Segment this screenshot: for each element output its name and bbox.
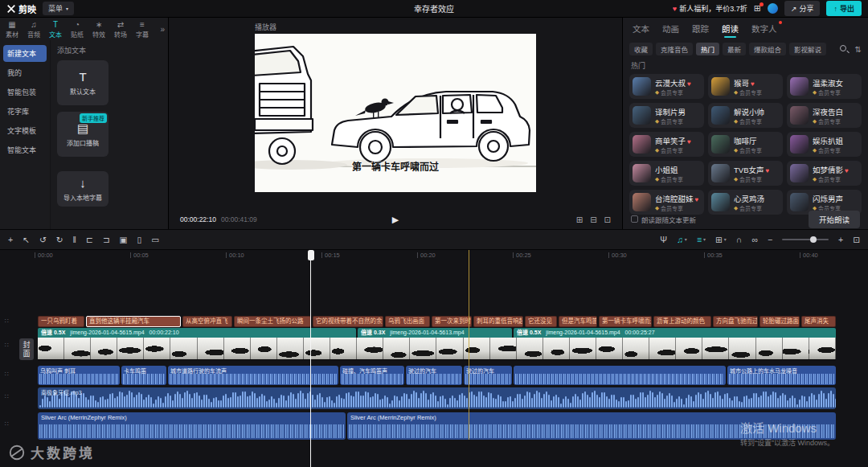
voice-card[interactable]: 商单笑子♥◆会员专享 <box>629 132 704 157</box>
sidebar-item[interactable]: 花字库 <box>3 103 47 120</box>
subtitle-clip[interactable]: 尾声消失 <box>801 316 836 327</box>
media-tab[interactable]: ◔贴纸 <box>67 20 88 39</box>
subtitle-clip[interactable]: 直到他这辆半挂厢汽车 <box>86 316 181 327</box>
voice-card[interactable]: 猴哥♥◆会员专享 <box>708 74 783 99</box>
voice-card[interactable]: 咖啡厅◆会员专享 <box>708 132 783 157</box>
filter-chip[interactable]: 热门 <box>696 43 719 55</box>
search-icon[interactable] <box>839 44 849 54</box>
fullscreen-icon[interactable]: ⊡ <box>604 215 611 224</box>
playhead[interactable] <box>310 250 311 467</box>
play-button[interactable]: ▶ <box>392 215 399 225</box>
filter-chip[interactable]: 克隆音色 <box>656 43 693 55</box>
track-handle[interactable]: ∷ <box>5 393 9 400</box>
preview-canvas[interactable]: 第一辆卡车呼啸而过 <box>255 34 536 192</box>
voice-card[interactable]: 如梦倩影♥◆会员专享 <box>787 161 862 186</box>
track-handle[interactable]: ∷ <box>5 371 9 378</box>
mirror-button[interactable]: ▯ <box>137 235 141 244</box>
stem-clip[interactable]: Sliver Arc (MerrinZephyr Remix) <box>38 412 346 440</box>
audio-clip[interactable]: 城市公路上的车水马龙噪音 <box>727 366 836 385</box>
redo-button[interactable]: ↻ <box>56 235 63 244</box>
timeline[interactable]: 00:0000:0500:1000:1500:2000:2500:3000:35… <box>0 250 868 467</box>
voice-card[interactable]: TVB女声♥◆会员专享 <box>708 161 783 186</box>
track-handle[interactable]: ∷ <box>5 342 9 349</box>
delete-left-button[interactable]: ⊏ <box>86 235 93 244</box>
magnet-button[interactable]: ∩ <box>736 235 743 244</box>
media-tab[interactable]: T文本 <box>45 20 66 39</box>
script-card[interactable]: 新手推荐 ▤ 添加口播稿 <box>57 112 108 157</box>
panel-tab[interactable]: 数字人 <box>751 23 777 35</box>
subtitle-clip[interactable]: 轮胎碾过路面 <box>760 316 800 327</box>
subtitle-clip[interactable]: 刺耳的重低音响起 <box>473 316 523 327</box>
subtitle-clip[interactable]: 一只乌鸦盯着 <box>38 316 84 327</box>
ratio-icon[interactable]: ⊞ <box>576 215 583 224</box>
voice-card[interactable]: 小姐姐◆会员专享 <box>629 161 704 186</box>
split-button[interactable]: ‖ <box>73 235 76 244</box>
mini-player-icon[interactable]: ⊟ <box>590 215 596 224</box>
follow-text-checkbox[interactable]: 朗读跟随文本更新 <box>631 215 696 224</box>
start-reading-button[interactable]: 开始朗读 <box>809 211 860 228</box>
voice-card[interactable]: 温柔淑女◆会员专享 <box>787 74 862 99</box>
media-tab[interactable]: ▦素材 <box>2 20 23 39</box>
zoom-in-button[interactable]: + <box>838 235 843 244</box>
track-handle[interactable]: ∷ <box>5 317 9 325</box>
sidebar-item[interactable]: 智能文本 <box>3 141 47 158</box>
fit-timeline-button[interactable]: ⊡ <box>853 235 860 244</box>
zoom-out-button[interactable]: − <box>768 235 772 244</box>
workspace-grid-button[interactable]: ⊞ <box>754 4 761 13</box>
filter-sort-icon[interactable]: ⇅ <box>855 45 862 54</box>
zoom-slider-knob[interactable] <box>810 236 817 243</box>
undo-button[interactable]: ↺ <box>39 235 47 244</box>
audio-clip[interactable]: 乌鸦叫声 刺耳 <box>38 366 120 385</box>
filter-chip[interactable]: 影视解说 <box>789 43 826 55</box>
video-clip-header[interactable]: 倍速 0.5Xjimeng-2026-01-04-5615.mp400:00:2… <box>38 328 356 338</box>
panel-tab[interactable]: 文本 <box>633 23 649 35</box>
time-ruler[interactable]: 00:0000:0500:1000:1500:2000:2500:3000:35… <box>0 250 868 261</box>
panel-tab[interactable]: 动画 <box>662 23 679 35</box>
sidebar-item[interactable]: 文字模板 <box>3 122 47 139</box>
add-media-button[interactable]: + <box>8 235 13 244</box>
app-logo[interactable]: 剪映 <box>6 2 36 15</box>
subtitle-clip[interactable]: 瞬间一条尘土飞扬的公路 <box>234 316 311 327</box>
subtitle-clip[interactable]: 第一辆卡车呼啸而过 <box>599 316 652 327</box>
track-layout-button[interactable]: ≡▾ <box>697 235 706 244</box>
import-subtitle-card[interactable]: ↓ 导入本地字幕 <box>57 171 108 207</box>
preview-mode-button[interactable]: ⊞▾ <box>715 235 727 244</box>
audio-clip[interactable]: 卡车鸣笛 <box>121 366 166 385</box>
filter-chip[interactable]: 收藏 <box>629 43 653 55</box>
subtitle-clip[interactable]: 它的视线带着不自然的余光 <box>313 316 383 327</box>
voice-card[interactable]: 解说小帅◆会员专享 <box>708 103 783 128</box>
beat-marker-button[interactable]: ♫▾ <box>677 235 687 244</box>
voice-card[interactable]: 娱乐扒姐◆会员专享 <box>787 132 862 157</box>
video-clip-header[interactable]: 倍速 0.3Xjimeng-2026-01-04-5613.mp4 <box>358 328 512 338</box>
zoom-slider[interactable] <box>782 239 829 240</box>
link-button[interactable]: ∞ <box>751 235 758 244</box>
select-tool-button[interactable]: ↖ <box>23 235 30 244</box>
audio-clip[interactable]: 驶过的汽车 <box>406 366 462 385</box>
panel-tab[interactable]: 跟踪 <box>692 23 709 35</box>
video-track[interactable] <box>38 338 836 360</box>
cover-button[interactable]: 封面 <box>19 338 34 360</box>
music-track[interactable]: 南极象牙症.mp3 <box>38 387 836 409</box>
playhead-handle[interactable] <box>308 250 314 260</box>
track-handle[interactable]: ∷ <box>5 420 9 428</box>
subtitle-clip[interactable]: 但是汽车鸣笛 <box>559 316 597 327</box>
filter-chip[interactable]: 最新 <box>723 43 746 55</box>
subtitle-clip[interactable]: 方向盘飞驰而过 <box>713 316 758 327</box>
voice-card[interactable]: 译制片男◆会员专享 <box>629 103 704 128</box>
delete-right-button[interactable]: ⊐ <box>103 235 110 244</box>
audio-clip[interactable]: 驶过的汽车 <box>464 366 512 385</box>
voice-card[interactable]: 深夜告白◆会员专享 <box>787 103 862 128</box>
audio-clip[interactable]: 城市道路行驶的车流声 <box>168 366 338 385</box>
subtitle-clip[interactable]: 沥青上游动的颜色 <box>653 316 711 327</box>
media-tab[interactable]: ⇄转场 <box>110 20 131 39</box>
subtitle-clip[interactable]: 它还没见 <box>525 316 557 327</box>
subtitle-clip[interactable]: 第一次来到时 <box>432 316 472 327</box>
media-tab[interactable]: ≡字幕 <box>132 20 153 39</box>
sidebar-item[interactable]: 我的 <box>3 64 47 81</box>
voice-card[interactable]: 云漫大叔♥◆会员专享 <box>629 74 704 99</box>
audio-clip[interactable]: 碰撞、汽车鸣笛声 <box>340 366 404 385</box>
filter-chip[interactable]: 爆款组合 <box>749 43 786 55</box>
crop-button[interactable]: ▭ <box>151 235 159 244</box>
audio-clip[interactable] <box>514 366 726 385</box>
promo-banner[interactable]: ♥ 新人福利，半价3.7折 <box>673 3 747 14</box>
